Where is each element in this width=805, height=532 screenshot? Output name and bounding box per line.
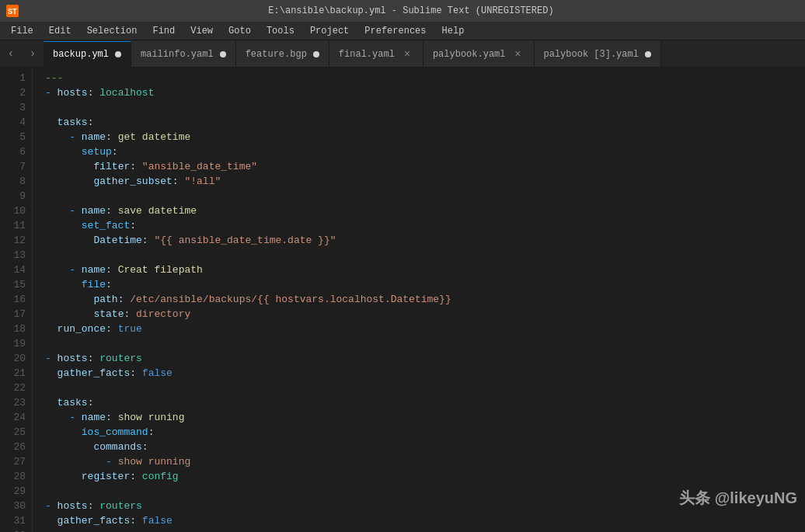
line-number: 18: [0, 322, 26, 336]
tab-label-mailinfo: mailinfo.yaml: [141, 49, 214, 60]
menu-item-view[interactable]: View: [183, 24, 221, 38]
tab-label-palybook: palybook.yaml: [433, 49, 506, 60]
line-number: 3: [0, 100, 26, 115]
code-line: run_once: true: [45, 322, 805, 336]
menu-item-help[interactable]: Help: [434, 24, 472, 38]
code-line: - hosts: routers: [45, 351, 805, 366]
line-number: 4: [0, 115, 26, 130]
code-line: [45, 528, 805, 532]
tab-mailinfo[interactable]: mailinfo.yaml: [131, 41, 236, 67]
tab-backup[interactable]: backup.yml: [44, 41, 131, 67]
code-line: tasks:: [45, 115, 805, 130]
code-line: Datetime: "{{ ansible_date_time.date }}": [45, 233, 805, 248]
code-line: - name: get datetime: [45, 130, 805, 144]
line-number: 5: [0, 130, 26, 144]
line-number: 24: [0, 410, 26, 425]
menu-bar: FileEditSelectionFindViewGotoToolsProjec…: [0, 22, 805, 40]
menu-item-preferences[interactable]: Preferences: [357, 24, 434, 38]
code-line: - show running: [45, 454, 805, 469]
menu-item-edit[interactable]: Edit: [41, 24, 79, 38]
line-number: 22: [0, 381, 26, 395]
menu-item-project[interactable]: Project: [302, 24, 357, 38]
line-number: 26: [0, 440, 26, 454]
line-number: 15: [0, 277, 26, 292]
menu-item-goto[interactable]: Goto: [221, 24, 259, 38]
app-icon: ST: [6, 5, 19, 17]
code-line: tasks:: [45, 395, 805, 410]
menu-item-tools[interactable]: Tools: [259, 24, 302, 38]
code-line: gather_subset: "!all": [45, 174, 805, 189]
code-line: ---: [45, 71, 805, 85]
line-numbers: 1234567891011121314151617181920212223242…: [0, 68, 33, 532]
tab-palybook3[interactable]: palybook [3].yaml: [535, 41, 661, 67]
code-line: - hosts: routers: [45, 499, 805, 513]
tab-dot-mailinfo: [220, 51, 226, 57]
window-title: E:\ansible\backup.yml - Sublime Text (UN…: [23, 5, 799, 16]
line-number: 12: [0, 233, 26, 248]
line-number: 31: [0, 513, 26, 528]
tab-next-button[interactable]: ›: [22, 40, 44, 67]
code-area[interactable]: ---- hosts: localhost tasks: - name: get…: [33, 68, 805, 532]
code-line: - hosts: localhost: [45, 85, 805, 100]
line-number: 29: [0, 484, 26, 499]
line-number: 20: [0, 351, 26, 366]
tab-dot-palybook3: [645, 51, 651, 57]
line-number: 10: [0, 203, 26, 218]
line-number: 13: [0, 248, 26, 263]
line-number: 1: [0, 71, 26, 85]
code-line: filter: "ansible_date_time": [45, 159, 805, 174]
code-line: state: directory: [45, 307, 805, 322]
code-line: path: /etc/ansible/backups/{{ hostvars.l…: [45, 292, 805, 307]
code-line: set_fact:: [45, 218, 805, 233]
tab-dot-backup: [115, 51, 121, 57]
code-line: [45, 381, 805, 395]
line-number: 17: [0, 307, 26, 322]
code-line: file:: [45, 277, 805, 292]
line-number: 23: [0, 395, 26, 410]
tab-close-palybook[interactable]: ×: [512, 48, 524, 61]
line-number: 28: [0, 469, 26, 484]
line-number: 11: [0, 218, 26, 233]
tab-palybook[interactable]: palybook.yaml×: [423, 41, 535, 67]
code-line: ios_command:: [45, 425, 805, 440]
tab-dot-feature: [313, 51, 319, 57]
tab-final[interactable]: final.yaml×: [329, 41, 423, 67]
code-line: commands:: [45, 440, 805, 454]
code-line: [45, 248, 805, 263]
tab-label-feature: feature.bgp: [246, 49, 307, 60]
line-number: 30: [0, 499, 26, 513]
editor: 1234567891011121314151617181920212223242…: [0, 68, 805, 532]
line-number: 6: [0, 144, 26, 159]
line-number: 21: [0, 366, 26, 381]
line-number: 2: [0, 85, 26, 100]
line-number: 19: [0, 336, 26, 351]
line-number: 27: [0, 454, 26, 469]
code-line: [45, 100, 805, 115]
code-line: [45, 336, 805, 351]
tab-label-final: final.yaml: [339, 49, 395, 60]
code-line: setup:: [45, 144, 805, 159]
tab-label-palybook3: palybook [3].yaml: [544, 49, 639, 60]
tab-label-backup: backup.yml: [53, 49, 109, 60]
line-number: 9: [0, 189, 26, 203]
menu-item-selection[interactable]: Selection: [79, 24, 145, 38]
menu-item-file[interactable]: File: [3, 24, 41, 38]
line-number: 8: [0, 174, 26, 189]
line-number: 16: [0, 292, 26, 307]
title-bar: ST E:\ansible\backup.yml - Sublime Text …: [0, 0, 805, 22]
menu-item-find[interactable]: Find: [145, 24, 183, 38]
code-line: - name: Creat filepath: [45, 263, 805, 277]
tab-bar: ‹ › backup.ymlmailinfo.yamlfeature.bgpfi…: [0, 40, 805, 68]
code-line: gather_facts: false: [45, 366, 805, 381]
line-number: 32: [0, 528, 26, 532]
line-number: 25: [0, 425, 26, 440]
code-line: register: config: [45, 469, 805, 484]
code-line: [45, 189, 805, 203]
svg-text:ST: ST: [8, 8, 17, 16]
line-number: 7: [0, 159, 26, 174]
tab-close-final[interactable]: ×: [401, 48, 413, 61]
tab-feature[interactable]: feature.bgp: [236, 41, 329, 67]
code-line: [45, 484, 805, 499]
tab-prev-button[interactable]: ‹: [0, 40, 22, 67]
code-line: - name: show runing: [45, 410, 805, 425]
